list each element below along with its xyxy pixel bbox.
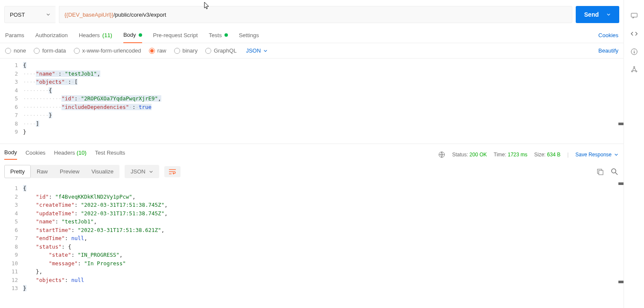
svg-rect-2 — [599, 170, 603, 175]
dot-indicator — [224, 33, 228, 37]
meta-divider: | — [567, 152, 568, 158]
svg-point-3 — [612, 169, 616, 173]
tab-params[interactable]: Params — [5, 29, 24, 43]
radio-icon — [174, 48, 180, 54]
gutter: 1 2 3 4 5 6 7 8 9 — [0, 59, 23, 144]
code-icon[interactable] — [630, 30, 638, 38]
response-tab-body[interactable]: Body — [4, 149, 17, 160]
chevron-down-icon — [614, 153, 618, 157]
svg-rect-4 — [631, 13, 637, 17]
wrap-icon — [169, 169, 176, 175]
radio-icon — [5, 48, 11, 54]
tab-tests[interactable]: Tests — [209, 29, 227, 43]
method-select[interactable]: POST — [4, 6, 55, 23]
related-icon[interactable] — [630, 66, 638, 73]
body-type-formdata[interactable]: form-data — [34, 47, 66, 54]
body-type-raw[interactable]: raw — [149, 47, 166, 54]
comments-icon[interactable] — [630, 12, 638, 20]
right-sidebar — [624, 0, 644, 308]
radio-icon — [74, 48, 80, 54]
view-pretty[interactable]: Pretty — [4, 165, 31, 178]
copy-icon[interactable] — [596, 168, 604, 176]
tab-prerequest[interactable]: Pre-request Script — [153, 29, 198, 43]
send-label: Send — [584, 11, 599, 18]
response-tab-cookies[interactable]: Cookies — [26, 150, 46, 159]
globe-icon[interactable] — [438, 151, 445, 158]
url-path: /public/core/v3/export — [114, 12, 166, 18]
code-area[interactable]: { ····"name"·:·"testJob1", ····"objects"… — [23, 59, 624, 144]
svg-point-7 — [633, 67, 635, 68]
tab-authorization[interactable]: Authorization — [35, 29, 68, 43]
response-tab-testresults[interactable]: Test Results — [95, 150, 125, 159]
svg-point-6 — [633, 68, 635, 71]
view-raw[interactable]: Raw — [31, 165, 54, 178]
url-input[interactable]: {{DEV_baseApiUrl}}/public/core/v3/export — [59, 6, 572, 23]
wrap-lines-button[interactable] — [164, 166, 181, 177]
radio-icon — [34, 48, 40, 54]
info-icon[interactable] — [630, 48, 638, 56]
response-format-select[interactable]: JSON — [125, 165, 159, 178]
chevron-down-icon — [46, 12, 50, 17]
request-body-editor[interactable]: 1 2 3 4 5 6 7 8 9 { ····"name"·:·"testJo… — [0, 59, 624, 144]
size-meta: Size: 634 B — [534, 152, 560, 158]
tab-headers[interactable]: Headers (11) — [79, 29, 112, 43]
minimap-marker — [618, 123, 624, 125]
time-meta: Time: 1723 ms — [494, 152, 527, 158]
cookies-link[interactable]: Cookies — [598, 29, 618, 43]
url-variable: {{DEV_baseApiUrl}} — [64, 12, 114, 18]
send-button[interactable]: Send — [576, 6, 619, 23]
chevron-down-icon[interactable] — [606, 12, 611, 17]
body-type-graphql[interactable]: GraphQL — [205, 47, 236, 54]
dot-indicator — [139, 33, 142, 37]
tab-settings[interactable]: Settings — [239, 29, 259, 43]
view-preview[interactable]: Preview — [54, 165, 85, 178]
minimap-marker — [618, 182, 624, 185]
method-label: POST — [10, 12, 25, 18]
code-area[interactable]: { "id": "f4BveqKKDkKlND2Vy1pPcw", "creat… — [23, 182, 624, 308]
gutter: 1 2 3 4 5 6 7 8 9 10 11 12 13 — [0, 182, 23, 308]
radio-icon — [149, 48, 155, 54]
response-body-editor[interactable]: 1 2 3 4 5 6 7 8 9 10 11 12 13 { "id": "f… — [0, 182, 624, 308]
save-response-button[interactable]: Save Response — [575, 152, 618, 158]
body-format-select[interactable]: JSON — [246, 47, 268, 54]
tab-body[interactable]: Body — [123, 29, 142, 43]
view-visualize[interactable]: Visualize — [85, 165, 119, 178]
body-type-xwww[interactable]: x-www-form-urlencoded — [74, 47, 141, 54]
body-type-none[interactable]: none — [5, 47, 26, 54]
body-type-binary[interactable]: binary — [174, 47, 198, 54]
status-meta: Status: 200 OK — [452, 152, 487, 158]
radio-icon — [205, 48, 211, 54]
beautify-button[interactable]: Beautify — [598, 47, 618, 54]
chevron-down-icon — [149, 170, 153, 174]
minimap-marker — [618, 281, 624, 283]
response-tab-headers[interactable]: Headers (10) — [54, 150, 87, 159]
search-icon[interactable] — [611, 168, 618, 176]
chevron-down-icon — [263, 49, 268, 53]
